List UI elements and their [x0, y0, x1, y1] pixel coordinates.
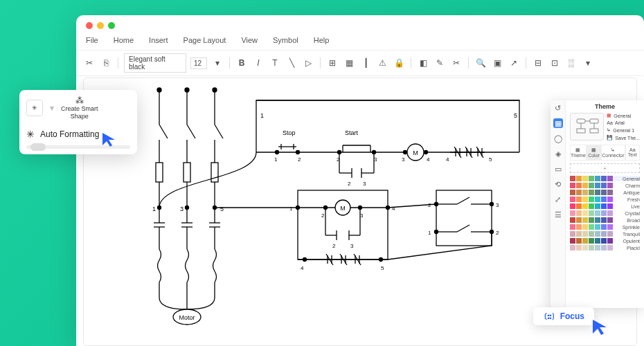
swatch[interactable]: [589, 238, 594, 244]
add-swatch[interactable]: +: [570, 163, 640, 173]
swatch[interactable]: [576, 190, 582, 195]
swatch[interactable]: [607, 203, 613, 209]
swatch[interactable]: [570, 245, 575, 251]
swatch[interactable]: [595, 231, 600, 237]
swatch[interactable]: [589, 190, 594, 195]
swatch[interactable]: [570, 231, 575, 237]
swatch-row[interactable]: Crystal: [570, 210, 640, 216]
swatch[interactable]: [595, 203, 600, 209]
swatch[interactable]: [607, 210, 613, 216]
min-dot[interactable]: [97, 22, 104, 29]
swatch[interactable]: [576, 217, 582, 223]
swatch[interactable]: [576, 183, 582, 188]
swatch[interactable]: [607, 217, 613, 223]
chevron-down-icon[interactable]: ▾: [211, 57, 224, 69]
menu-insert[interactable]: Insert: [149, 36, 168, 44]
crop-icon[interactable]: ✂: [450, 57, 463, 69]
swatch[interactable]: [601, 183, 607, 188]
swatch[interactable]: [576, 203, 582, 209]
swatch[interactable]: [589, 203, 594, 209]
swatch-row[interactable]: Tranquil: [570, 231, 640, 237]
swatch[interactable]: [582, 245, 588, 251]
palette-grid-icon[interactable]: ▦: [553, 118, 563, 128]
swatch[interactable]: [589, 245, 594, 251]
swatch[interactable]: [607, 238, 613, 244]
swatch[interactable]: [601, 231, 607, 237]
pointer-icon[interactable]: ▷: [302, 57, 314, 69]
swatch[interactable]: [607, 190, 613, 195]
swatch[interactable]: [595, 245, 600, 251]
swatch[interactable]: [589, 210, 594, 216]
tab-text[interactable]: AaText: [625, 145, 640, 161]
max-dot[interactable]: [108, 22, 115, 29]
copy-icon[interactable]: ⎘: [100, 57, 112, 69]
swatch[interactable]: [582, 197, 588, 202]
size-select[interactable]: 12: [190, 57, 207, 69]
menu-symbol[interactable]: Symbol: [273, 36, 298, 44]
swatch[interactable]: [576, 197, 582, 202]
swatch-row[interactable]: Broad: [570, 217, 640, 223]
swatch[interactable]: [570, 190, 575, 195]
group-icon[interactable]: ⊟: [532, 57, 544, 69]
fit-icon[interactable]: ▣: [491, 57, 503, 69]
swatch[interactable]: [576, 224, 582, 230]
swatch[interactable]: [570, 176, 575, 181]
swatch-row[interactable]: Placid: [570, 245, 640, 251]
swatch[interactable]: [582, 224, 588, 230]
theme-preview[interactable]: [570, 113, 604, 140]
layer-icon[interactable]: ░: [565, 57, 578, 69]
swatch[interactable]: [570, 238, 575, 244]
menu-view[interactable]: View: [241, 36, 258, 44]
swatch-row[interactable]: General: [570, 176, 640, 181]
swatch[interactable]: [595, 224, 600, 230]
swatch[interactable]: [582, 231, 588, 237]
swatch[interactable]: [601, 190, 607, 195]
focus-button[interactable]: ⟮⸬⟯ Focus: [533, 307, 594, 325]
swatch[interactable]: [576, 176, 582, 181]
swatch[interactable]: [576, 210, 582, 216]
swatch[interactable]: [601, 203, 607, 209]
palette-reset-icon[interactable]: ↺: [553, 103, 563, 113]
swatch[interactable]: [570, 224, 575, 230]
swatch[interactable]: [570, 203, 575, 209]
swatch[interactable]: [601, 197, 607, 202]
swatch[interactable]: [595, 176, 600, 181]
swatch[interactable]: [601, 176, 607, 181]
swatch[interactable]: [607, 231, 613, 237]
ungroup-icon[interactable]: ⊡: [548, 57, 561, 69]
swatch[interactable]: [582, 210, 588, 216]
tab-color[interactable]: ▦Color: [587, 145, 601, 161]
lock-icon[interactable]: 🔒: [393, 57, 405, 69]
export-icon[interactable]: ▾: [582, 57, 594, 69]
swatch[interactable]: [601, 210, 607, 216]
palette-circle-icon[interactable]: ◯: [553, 134, 563, 143]
swatch[interactable]: [589, 183, 594, 188]
italic-icon[interactable]: I: [252, 57, 265, 69]
line-icon[interactable]: ╲: [285, 57, 298, 69]
swatch[interactable]: [601, 224, 607, 230]
swatch[interactable]: [576, 231, 582, 237]
swatch[interactable]: [595, 197, 600, 202]
swatch[interactable]: [570, 210, 575, 216]
swatch[interactable]: [595, 183, 600, 188]
palette-save-icon[interactable]: ☰: [553, 210, 563, 219]
swatch-row[interactable]: Opulent: [570, 238, 640, 244]
swatch-row[interactable]: Charm: [570, 183, 640, 188]
swatch[interactable]: [607, 197, 613, 202]
swatch[interactable]: [601, 238, 607, 244]
swatch[interactable]: [607, 224, 613, 230]
swatch[interactable]: [570, 197, 575, 202]
swatch-row[interactable]: Live: [570, 203, 640, 209]
swatch-row[interactable]: Fresh: [570, 197, 640, 202]
swatch[interactable]: [601, 217, 607, 223]
swatch[interactable]: [570, 183, 575, 188]
menu-home[interactable]: Home: [114, 36, 134, 44]
align-icon[interactable]: ⊞: [326, 57, 339, 69]
smart-icon[interactable]: ✳: [26, 100, 43, 116]
grid-icon[interactable]: ▦: [343, 57, 355, 69]
swatch[interactable]: [576, 245, 582, 251]
menu-help[interactable]: Help: [314, 36, 330, 44]
swatch[interactable]: [589, 217, 594, 223]
tab-theme[interactable]: ▦Theme: [570, 145, 587, 161]
swatch[interactable]: [582, 176, 588, 181]
